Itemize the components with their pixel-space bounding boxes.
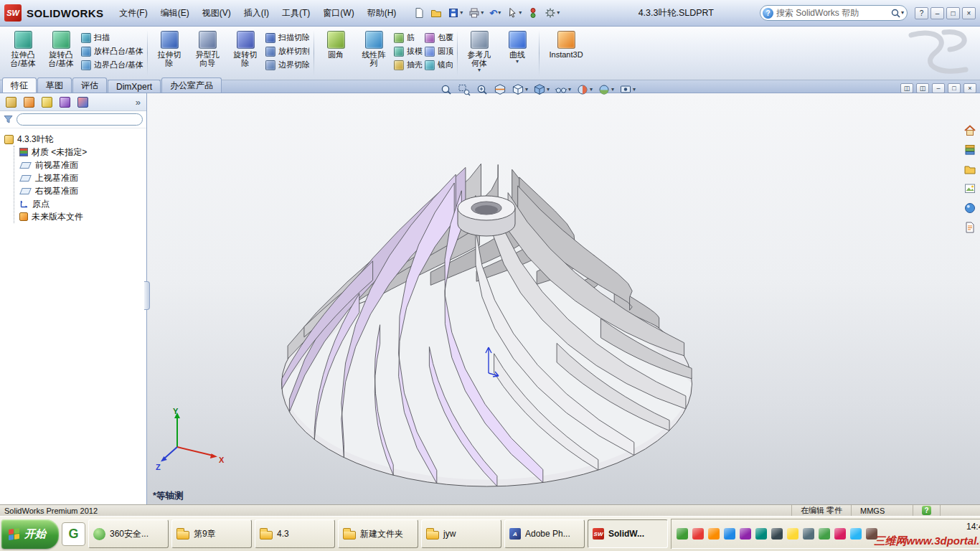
- menu-tools[interactable]: 工具(T): [276, 5, 316, 22]
- tree-root-part[interactable]: 4.3.3叶轮: [4, 133, 145, 146]
- taskbar-item-360[interactable]: 360安全...: [88, 519, 169, 548]
- menu-edit[interactable]: 编辑(E): [155, 5, 195, 22]
- taskbar-item-4-3[interactable]: 4.3: [255, 519, 335, 548]
- tray-cloud-icon[interactable]: [755, 528, 767, 540]
- tree-item-future-version[interactable]: 未来版本文件: [19, 210, 145, 223]
- boss-extrude-button[interactable]: 拉伸凸台/基体: [5, 29, 41, 67]
- reference-geometry-button[interactable]: 参考几何体▾: [461, 29, 497, 73]
- dimxpertmanager-tab-icon[interactable]: [60, 97, 70, 108]
- linear-pattern-button[interactable]: 线性阵列: [356, 29, 392, 67]
- new-document-button[interactable]: [412, 6, 426, 19]
- tray-security-icon[interactable]: [677, 528, 688, 540]
- minimize-button[interactable]: –: [930, 7, 944, 19]
- boundary-cut-button[interactable]: 边界切除: [265, 60, 310, 70]
- instant3d-button[interactable]: Instant3D: [543, 29, 589, 59]
- revolve-boss-button[interactable]: 旋转凸台/基体: [43, 29, 79, 67]
- taskbar-item-solidworks[interactable]: SWSolidW...: [588, 519, 668, 548]
- curves-button[interactable]: 曲线▾: [499, 29, 535, 65]
- tree-item-front-plane[interactable]: 前视基准面: [19, 159, 145, 171]
- boundary-boss-button[interactable]: 边界凸台/基体: [81, 60, 143, 70]
- view-settings-button[interactable]: ▾: [618, 83, 636, 97]
- file-explorer-button[interactable]: [963, 162, 977, 176]
- taskbar-clock[interactable]: 14:45: [966, 522, 980, 532]
- hide-show-items-button[interactable]: ▾: [554, 83, 572, 97]
- tab-dimxpert[interactable]: DimXpert: [108, 80, 161, 93]
- doc-restore-button[interactable]: □: [948, 83, 961, 93]
- menu-view[interactable]: 视图(V): [197, 5, 237, 22]
- tree-item-top-plane[interactable]: 上视基准面: [19, 171, 145, 184]
- tray-volume-icon[interactable]: [850, 528, 862, 540]
- dome-button[interactable]: 圆顶: [425, 46, 453, 57]
- help-button[interactable]: ?: [915, 7, 928, 19]
- doc-minimize-button[interactable]: –: [932, 83, 945, 93]
- tree-item-origin[interactable]: 原点: [19, 197, 145, 210]
- menu-help[interactable]: 帮助(H): [362, 5, 402, 22]
- swept-cut-button[interactable]: 扫描切除: [265, 32, 310, 43]
- rib-button[interactable]: 筋: [394, 32, 423, 43]
- panel-more-chevron-icon[interactable]: »: [136, 97, 141, 108]
- tray-antivirus-icon[interactable]: [819, 528, 830, 540]
- caret-down-icon[interactable]: ▾: [901, 10, 904, 16]
- tree-item-material[interactable]: 材质 <未指定>: [19, 146, 145, 159]
- display-style-button[interactable]: ▾: [532, 83, 550, 97]
- custom-properties-button[interactable]: [963, 220, 977, 235]
- close-button[interactable]: ×: [962, 7, 976, 19]
- graphics-viewport[interactable]: Y X Z *等轴测: [147, 93, 980, 504]
- appearances-button[interactable]: [963, 201, 977, 215]
- tab-evaluate[interactable]: 评估: [72, 77, 107, 93]
- tree-item-right-plane[interactable]: 右视基准面: [19, 184, 145, 197]
- impeller-model[interactable]: [147, 93, 980, 504]
- menu-window[interactable]: 窗口(W): [317, 5, 359, 22]
- tray-graphics-icon[interactable]: [724, 528, 735, 540]
- swept-boss-button[interactable]: 扫描: [81, 32, 143, 43]
- panel-splitter-handle[interactable]: [144, 281, 150, 310]
- tray-update-icon[interactable]: [708, 528, 720, 540]
- mirror-button[interactable]: 镜向: [425, 60, 453, 70]
- view-orientation-button[interactable]: ▾: [511, 83, 529, 97]
- undo-button[interactable]: ↶▾: [488, 8, 502, 19]
- zoom-in-out-button[interactable]: [475, 83, 489, 97]
- solidworks-resources-button[interactable]: [963, 123, 977, 138]
- print-button[interactable]: ▾: [467, 6, 485, 19]
- zoom-area-button[interactable]: [457, 83, 471, 97]
- configurationmanager-tab-icon[interactable]: [42, 97, 52, 108]
- view-palette-button[interactable]: [963, 182, 977, 196]
- apply-scene-button[interactable]: ▾: [597, 83, 615, 97]
- tray-im-icon[interactable]: [692, 528, 704, 540]
- displaymanager-tab-icon[interactable]: [77, 97, 88, 108]
- units-selector[interactable]: MMGS: [851, 505, 913, 516]
- draft-button[interactable]: 拔模: [394, 46, 423, 57]
- loft-boss-button[interactable]: 放样凸台/基体: [81, 46, 143, 57]
- search-icon[interactable]: [890, 8, 901, 19]
- shell-button[interactable]: 抽壳: [394, 60, 423, 70]
- doc-close-button[interactable]: ×: [963, 83, 976, 93]
- taskbar-item-new-folder[interactable]: 新建文件夹: [338, 519, 418, 548]
- pane-toggle-left-icon[interactable]: ◫: [900, 83, 913, 93]
- pane-toggle-right-icon[interactable]: ◫: [916, 83, 929, 93]
- taskbar-item-chapter9[interactable]: 第9章: [171, 519, 252, 548]
- taskbar-item-jyw[interactable]: jyw: [421, 519, 501, 548]
- start-button[interactable]: 开始: [1, 519, 59, 549]
- status-help-icon[interactable]: ?: [922, 506, 931, 515]
- taskbar-item-adobe[interactable]: AAdobe Ph...: [504, 519, 585, 548]
- edit-appearance-button[interactable]: ▾: [575, 83, 593, 97]
- options-button[interactable]: ▾: [543, 6, 561, 19]
- maximize-button[interactable]: □: [946, 7, 960, 19]
- cut-extrude-button[interactable]: 拉伸切除: [151, 29, 187, 67]
- revolve-cut-button[interactable]: 旋转切除: [227, 29, 263, 67]
- tray-download-icon[interactable]: [834, 528, 846, 540]
- search-input[interactable]: [773, 8, 890, 18]
- zoom-to-fit-button[interactable]: [439, 83, 453, 97]
- tab-features[interactable]: 特征: [2, 77, 37, 93]
- tray-mail-icon[interactable]: [787, 528, 798, 540]
- wrap-button[interactable]: 包覆: [425, 32, 453, 43]
- menu-insert[interactable]: 插入(I): [238, 5, 275, 22]
- tab-sketch[interactable]: 草图: [37, 77, 72, 93]
- tree-filter-input[interactable]: [17, 113, 143, 126]
- tray-ime-icon[interactable]: [771, 528, 783, 540]
- rebuild-button[interactable]: [526, 6, 540, 19]
- fillet-button[interactable]: 圆角: [318, 29, 354, 59]
- save-button[interactable]: ▾: [446, 6, 464, 19]
- propertymanager-tab-icon[interactable]: [24, 97, 34, 108]
- section-view-button[interactable]: [493, 83, 507, 97]
